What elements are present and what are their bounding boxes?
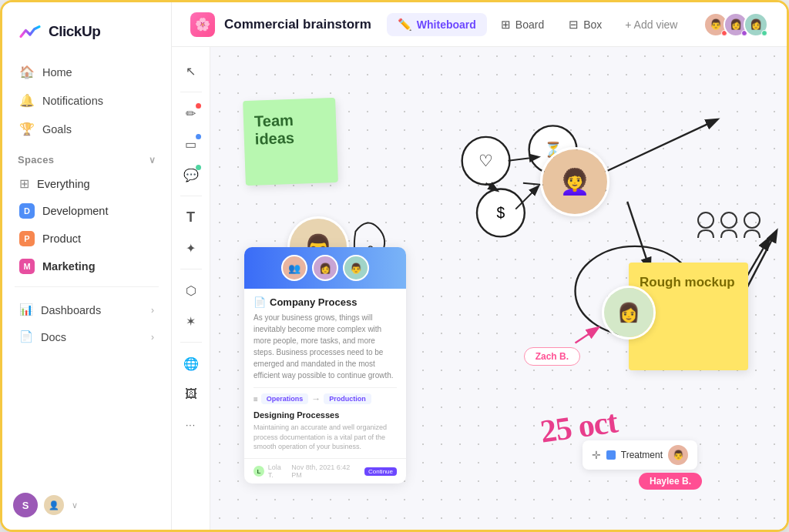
cursor-icon: ↖: [186, 64, 196, 79]
treatment-label: Treatment: [621, 450, 663, 460]
image-tool[interactable]: 🖼: [178, 381, 204, 407]
effects-tool[interactable]: ✶: [178, 308, 204, 334]
dashboards-icon: 📊: [19, 303, 33, 316]
add-view-button[interactable]: + Add view: [616, 14, 687, 35]
comment-tool[interactable]: 💬: [178, 162, 204, 188]
flow-arrow: →: [311, 393, 321, 404]
spaces-label: Spaces: [18, 154, 54, 166]
sidebar-item-notifications[interactable]: 🔔 Notifications: [12, 86, 162, 115]
sidebar-item-home[interactable]: 🏠 Home: [12, 58, 162, 86]
spaces-header: Spaces ∨: [2, 143, 171, 170]
doc-card-body: 📄 Company Process As your business grows…: [244, 289, 406, 458]
avatar-dot-3: [761, 30, 767, 36]
sticky-green-text: Team ideas: [254, 112, 295, 148]
development-label: Development: [42, 205, 108, 217]
doc-section-title: Designing Processes: [253, 410, 397, 420]
docs-label: Docs: [41, 331, 66, 343]
trophy-icon: 🏆: [19, 122, 35, 136]
whiteboard-canvas[interactable]: ♡ ⏳ $: [210, 47, 787, 530]
sparkle-tool[interactable]: ✦: [178, 235, 204, 261]
sidebar-item-dashboards[interactable]: 📊 Dashboards ›: [12, 296, 162, 323]
development-badge: D: [19, 203, 35, 219]
network-tool[interactable]: ⬡: [178, 277, 204, 303]
marketing-label: Marketing: [42, 260, 96, 273]
doc-card-banner: 👥 👩 👨: [244, 247, 406, 289]
tool-sep-4: [180, 342, 202, 343]
pen-tool[interactable]: ✏: [178, 100, 204, 126]
canvas-area: ↖ ✏ ▭ 💬 T: [172, 47, 787, 530]
sidebar-divider: [15, 286, 159, 287]
doc-card-flow: ≡ Operations → Production: [253, 387, 397, 404]
tool-sep-3: [180, 269, 202, 269]
app-container: ClickUp 🏠 Home 🔔 Notifications 🏆 Goals S…: [0, 0, 789, 532]
project-icon: 🌸: [190, 12, 215, 37]
svg-point-9: [744, 212, 760, 228]
flow-to: Production: [324, 393, 371, 404]
cursor-tool[interactable]: ↖: [178, 58, 204, 84]
tab-board[interactable]: ⊞ Board: [490, 13, 555, 36]
spaces-chevron[interactable]: ∨: [149, 155, 156, 166]
sidebar-bottom-nav: 📊 Dashboards › 📄 Docs ›: [2, 296, 171, 350]
svg-point-0: [462, 137, 510, 185]
doc-card-footer: L Lola T. Nov 8th, 2021 6:42 PM Continue: [244, 458, 406, 483]
network-icon: ⬡: [186, 283, 196, 298]
svg-text:$: $: [497, 205, 505, 221]
move-icon: ✛: [592, 449, 601, 461]
sticky-note-green[interactable]: Team ideas: [243, 98, 338, 186]
sidebar-item-goals[interactable]: 🏆 Goals: [12, 115, 162, 143]
tab-board-label: Board: [515, 18, 544, 31]
topbar-avatar-3-wrap: 👩: [748, 12, 768, 37]
person-photo-woman-2: 👩: [602, 286, 656, 340]
more-tool[interactable]: ···: [178, 412, 204, 438]
doc-card[interactable]: 👥 👩 👨 📄 Company Process As your business…: [244, 247, 406, 483]
user-avatar[interactable]: S: [13, 493, 38, 517]
add-view-label: + Add view: [625, 18, 677, 31]
user-chevron[interactable]: ∨: [72, 500, 78, 510]
globe-icon: 🌐: [183, 356, 199, 371]
sidebar-logo: ClickUp: [2, 2, 171, 58]
sticky-yellow-text: Rough mockup: [640, 275, 735, 289]
sidebar-item-product[interactable]: P Product: [12, 225, 162, 253]
sidebar-item-development[interactable]: D Development: [12, 197, 162, 225]
home-icon: 🏠: [19, 65, 35, 79]
sidebar-item-marketing[interactable]: M Marketing: [12, 253, 162, 280]
banner-person-3: 👨: [343, 255, 369, 281]
sidebar-item-everything[interactable]: ⊞ Everything: [12, 170, 162, 197]
left-toolbar: ↖ ✏ ▭ 💬 T: [172, 47, 210, 530]
tab-box[interactable]: ⊟ Box: [558, 13, 613, 36]
doc-card-title: 📄 Company Process: [253, 296, 397, 308]
comment-dot: [196, 165, 201, 170]
globe-tool[interactable]: 🌐: [178, 350, 204, 376]
flow-icon: ≡: [253, 395, 258, 403]
more-icon: ···: [186, 420, 196, 430]
banner-person-1: 👥: [281, 255, 307, 281]
box-tab-icon: ⊟: [569, 18, 579, 32]
sidebar-footer: S 👤 ∨: [2, 480, 171, 530]
topbar: 🌸 Commercial brainstorm ✏️ Whiteboard ⊞ …: [172, 2, 787, 47]
sidebar-item-docs[interactable]: 📄 Docs ›: [12, 323, 162, 350]
shape-tool[interactable]: ▭: [178, 131, 204, 157]
people-icons-group: [694, 209, 764, 260]
sidebar-item-goals-label: Goals: [42, 123, 72, 136]
doc-card-desc: As your business grows, things will inev…: [253, 312, 397, 381]
tab-whiteboard[interactable]: ✏️ Whiteboard: [387, 13, 487, 36]
doc-icon: 📄: [253, 296, 266, 308]
treatment-color-sq: [606, 450, 616, 460]
sparkle-icon: ✦: [186, 241, 196, 256]
product-label: Product: [42, 233, 81, 245]
svg-text:♡: ♡: [478, 152, 493, 170]
topbar-tabs: ✏️ Whiteboard ⊞ Board ⊟ Box + Add view: [387, 13, 696, 36]
pen-dot: [196, 103, 201, 109]
svg-point-4: [477, 189, 525, 236]
zach-tag: Zach B.: [524, 347, 580, 366]
doc-footer-badge[interactable]: Continue: [364, 467, 397, 476]
svg-point-8: [721, 212, 737, 228]
whiteboard-tab-icon: ✏️: [398, 18, 412, 32]
flow-from: Operations: [261, 393, 309, 404]
banner-person-2: 👩: [312, 255, 338, 281]
text-tool[interactable]: T: [178, 204, 204, 230]
project-title: Commercial brainstorm: [224, 17, 371, 32]
tab-whiteboard-label: Whiteboard: [417, 18, 476, 31]
user-secondary-avatar: 👤: [44, 495, 64, 515]
main-content: 🌸 Commercial brainstorm ✏️ Whiteboard ⊞ …: [172, 2, 787, 530]
